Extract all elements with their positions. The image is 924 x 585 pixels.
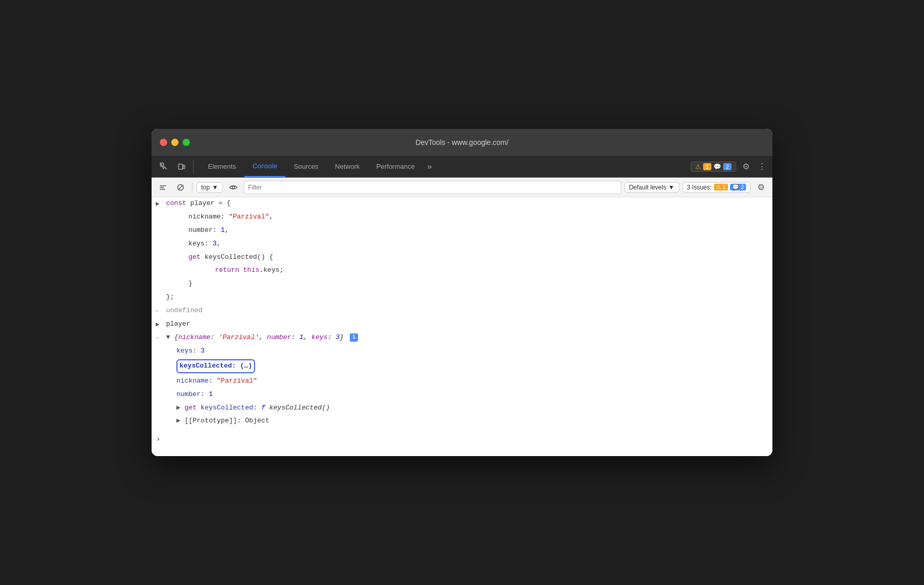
spacer-5 <box>172 265 183 266</box>
spacer-4 <box>162 252 172 253</box>
issues-badge[interactable]: ⚠ 1 💬 2 <box>691 162 736 172</box>
levels-label: Default levels <box>629 184 666 191</box>
more-options-button[interactable]: ⋮ <box>756 159 768 173</box>
context-selector[interactable]: top ▼ <box>197 182 223 193</box>
toolbar-info-count: 💬 2 <box>730 184 746 191</box>
obj-result-row: ← ▼ {nickname: 'Parzival', number: 1, ke… <box>152 331 772 345</box>
tab-performance[interactable]: Performance <box>368 156 423 177</box>
back-arrow-2: ← <box>156 332 166 343</box>
result-undefined: ← undefined <box>152 304 772 318</box>
obj-expand-triangle[interactable]: ▼ <box>166 333 170 341</box>
back-arrow-1: ← <box>156 305 166 316</box>
info-icon[interactable]: i <box>350 333 358 342</box>
context-dropdown-icon: ▼ <box>212 184 218 191</box>
more-tabs-button[interactable]: » <box>423 162 436 171</box>
clear-console-button[interactable] <box>156 180 170 195</box>
code-line-7: } <box>152 277 772 291</box>
code-line-2: nickname: "Parzival", <box>152 211 772 224</box>
svg-rect-1 <box>178 164 183 169</box>
filter-input[interactable] <box>244 181 621 194</box>
prop-getter: ▶ get keysCollected: f keysCollected() <box>152 402 772 415</box>
tab-console[interactable]: Console <box>244 156 286 177</box>
traffic-lights <box>160 139 190 146</box>
tab-network[interactable]: Network <box>327 156 368 177</box>
chat-icon: 💬 <box>732 184 739 190</box>
console-settings-button[interactable]: ⚙ <box>754 180 768 195</box>
proto-expand-triangle[interactable]: ▶ <box>176 417 181 425</box>
inspect-element-button[interactable] <box>156 158 172 175</box>
svg-rect-4 <box>160 187 164 188</box>
prop-nickname: nickname: "Parzival" <box>152 375 772 388</box>
prop-keys-collected: keysCollected: (…) <box>152 358 772 375</box>
minimize-button[interactable] <box>171 139 178 146</box>
warn-icon: ⚠ <box>716 184 721 190</box>
getter-expand-triangle[interactable]: ▶ <box>176 404 181 412</box>
issues-text: 3 Issues: <box>687 184 712 191</box>
live-expressions-button[interactable] <box>226 180 241 195</box>
close-button[interactable] <box>160 139 167 146</box>
tab-bar-icons <box>156 158 196 175</box>
svg-point-8 <box>232 186 234 188</box>
code-line-3: number: 1, <box>152 224 772 238</box>
console-input-row: › <box>152 428 772 450</box>
svg-line-7 <box>178 185 183 189</box>
code-line-6: return this.keys; <box>152 264 772 277</box>
issues-warn-icon: ⚠ <box>695 163 701 170</box>
code-line-8: }; <box>152 291 772 304</box>
toolbar-separator-1 <box>192 182 192 193</box>
window-title: DevTools - www.google.com/ <box>415 138 509 147</box>
code-line-5: get keysCollected() { <box>152 251 772 265</box>
obj-preview: {nickname: 'Parzival', number: 1, keys: … <box>174 333 348 341</box>
tab-bar-right: ⚠ 1 💬 2 ⚙ ⋮ <box>691 159 768 173</box>
block-requests-button[interactable] <box>173 180 188 195</box>
devtools-window: DevTools - www.google.com/ Elements <box>152 129 772 456</box>
console-prompt-icon: › <box>156 432 161 446</box>
prop-number: number: 1 <box>152 388 772 402</box>
spacer-3 <box>162 239 172 240</box>
issues-counter-button[interactable]: 3 Issues: ⚠ 1 💬 2 <box>682 182 751 193</box>
tab-divider <box>193 160 193 173</box>
spacer-7 <box>156 292 166 293</box>
toolbar-warn-count: ⚠ 1 <box>714 184 728 191</box>
log-levels-selector[interactable]: Default levels ▼ <box>624 182 679 193</box>
svg-rect-2 <box>183 165 185 169</box>
spacer-6 <box>162 279 172 280</box>
maximize-button[interactable] <box>183 139 190 146</box>
input-arrow: ▶ <box>156 319 166 330</box>
levels-dropdown-icon: ▼ <box>668 184 675 191</box>
settings-button[interactable]: ⚙ <box>740 159 752 173</box>
title-bar: DevTools - www.google.com/ <box>152 129 772 156</box>
code-line-4: keys: 3, <box>152 238 772 251</box>
tabs: Elements Console Sources Network Perform… <box>200 156 691 177</box>
spacer-2 <box>162 225 172 226</box>
prop-prototype: ▶ [[Prototype]]: Object <box>152 415 772 428</box>
expand-arrow-1[interactable]: ▶ <box>156 198 166 209</box>
console-content: ▶ const player = { nickname: "Parzival",… <box>152 197 772 456</box>
tab-sources[interactable]: Sources <box>286 156 327 177</box>
device-toolbar-button[interactable] <box>173 158 190 175</box>
spacer-1 <box>162 212 172 213</box>
context-label: top <box>201 184 210 191</box>
issues-warn-count: 1 <box>703 163 711 170</box>
issues-info-icon: 💬 <box>713 163 721 170</box>
keys-collected-highlight: keysCollected: (…) <box>176 359 255 373</box>
svg-rect-5 <box>160 189 165 190</box>
tab-bar: Elements Console Sources Network Perform… <box>152 156 772 178</box>
svg-rect-3 <box>160 185 166 186</box>
console-toolbar: top ▼ Default levels ▼ 3 Issues: ⚠ 1 💬 2 <box>152 178 772 197</box>
input-player: ▶ player <box>152 318 772 331</box>
issues-info-count: 2 <box>723 163 732 170</box>
code-line-1: ▶ const player = { <box>152 197 772 211</box>
prop-keys: keys: 3 <box>152 345 772 358</box>
tab-elements[interactable]: Elements <box>200 156 244 177</box>
